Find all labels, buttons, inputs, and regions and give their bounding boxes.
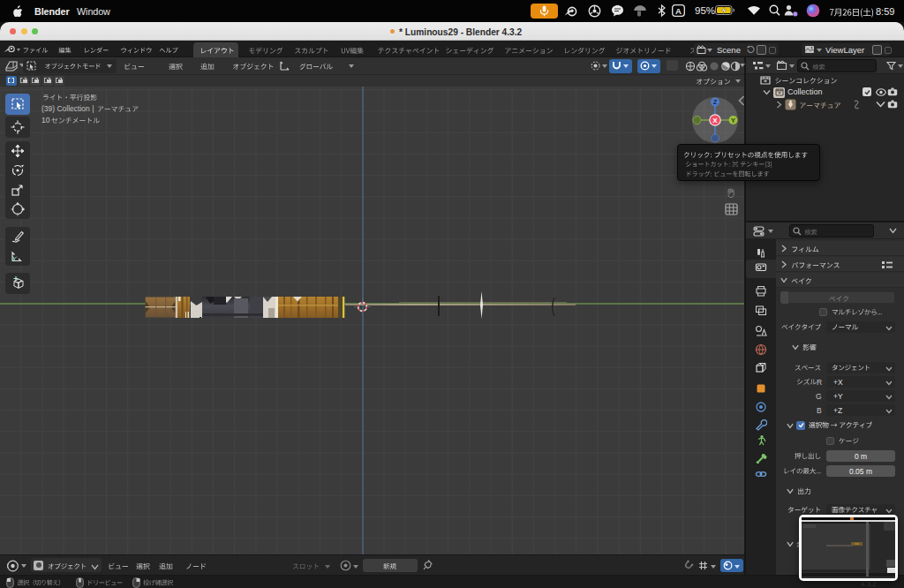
svg-text:A: A (675, 6, 682, 16)
svg-text:Z: Z (713, 98, 718, 106)
svg-text:Y: Y (731, 117, 735, 124)
svg-text:X: X (712, 117, 718, 124)
